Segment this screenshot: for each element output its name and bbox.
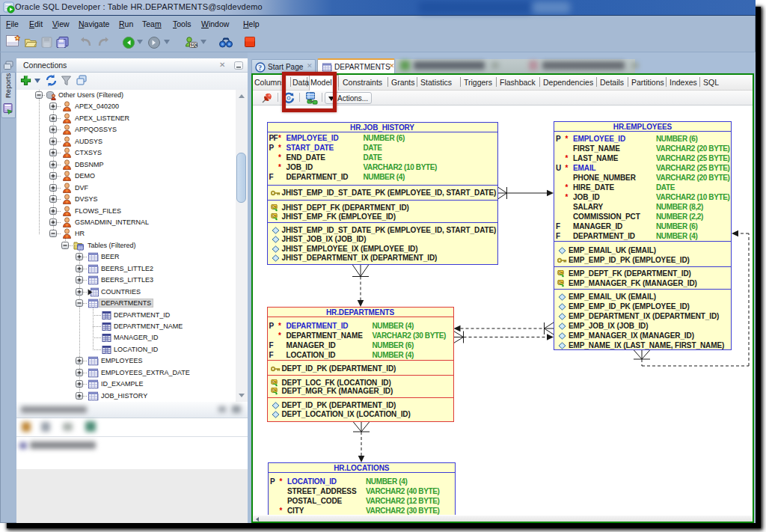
svg-text:?: ?	[258, 64, 262, 72]
svg-text:SQL: SQL	[190, 43, 197, 47]
